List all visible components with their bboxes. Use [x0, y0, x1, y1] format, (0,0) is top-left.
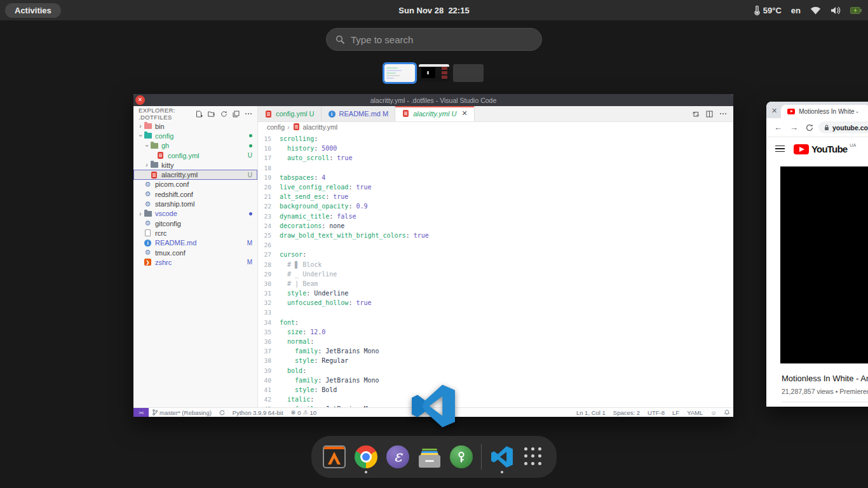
code-line-28[interactable]: 28 # ▋ Block	[258, 259, 733, 269]
refresh-icon[interactable]	[220, 111, 227, 118]
explorer-item-vscode[interactable]: ›vscode	[133, 209, 257, 219]
code-line-29[interactable]: 29 # _ Underline	[258, 269, 733, 279]
encoding-setting[interactable]: UTF-8	[644, 409, 668, 416]
code-line-27[interactable]: 27cursor:	[258, 250, 733, 259]
python-interpreter[interactable]: Python 3.9.9 64-bit	[229, 408, 287, 417]
explorer-item-config[interactable]: ›config	[133, 131, 257, 140]
tab-close-icon[interactable]: ✕	[461, 109, 467, 118]
system-tray[interactable]: 59°C en	[754, 0, 862, 20]
chrome-window[interactable]: ✕ Motionless In White - ← → youtube.com/…	[766, 102, 868, 407]
problems-status[interactable]: ⊗ 0 ⚠ 10	[287, 408, 321, 417]
collapse-folders-icon[interactable]	[233, 111, 240, 118]
git-branch-status[interactable]: master* (Rebasing)	[149, 408, 215, 417]
tab-readme-md[interactable]: iREADME.md M	[322, 106, 396, 121]
battery-icon[interactable]	[850, 7, 862, 14]
breadcrumb-file[interactable]: alacritty.yml	[303, 123, 338, 131]
dock-item-files[interactable]	[418, 442, 442, 472]
back-button[interactable]: ←	[771, 123, 785, 132]
dock-item-keepassxc[interactable]	[449, 442, 473, 472]
code-line-21[interactable]: 21alt_send_esc: true	[258, 192, 733, 201]
dock-item-app-grid[interactable]	[522, 442, 545, 472]
code-line-41[interactable]: 41 style: Bold	[258, 385, 733, 395]
language-mode[interactable]: YAML	[683, 409, 707, 416]
dock-item-vscode[interactable]	[490, 442, 513, 472]
code-line-24[interactable]: 24decorations: none	[258, 221, 733, 231]
wifi-icon[interactable]	[810, 6, 821, 15]
tab-config-yml[interactable]: config.yml U	[258, 106, 322, 121]
code-line-31[interactable]: 31 style: Underline	[258, 288, 733, 298]
remote-indicator[interactable]: ><	[133, 408, 149, 417]
code-line-33[interactable]: 33	[258, 308, 733, 317]
clock[interactable]: Sun Nov 28 22:15	[0, 6, 868, 15]
code-line-22[interactable]: 22background_opacity: 0.9	[258, 201, 733, 211]
workspace-youtube[interactable]	[419, 64, 449, 82]
dock-item-emacs[interactable]: ε	[386, 442, 410, 472]
menu-icon[interactable]	[775, 146, 785, 152]
code-line-37[interactable]: 37 family: JetBrains Mono	[258, 346, 733, 356]
code-line-25[interactable]: 25draw_bold_text_with_bright_colors: tru…	[258, 231, 733, 240]
code-line-35[interactable]: 35 size: 12.0	[258, 327, 733, 337]
explorer-item-gitconfig[interactable]: ⚙gitconfig	[133, 219, 257, 228]
code-line-32[interactable]: 32 unfocused_hollow: true	[258, 298, 733, 308]
explorer-item-kitty[interactable]: ›kitty	[133, 160, 257, 170]
code-line-18[interactable]: 18	[258, 163, 733, 173]
breadcrumb[interactable]: config › alacritty.yml	[258, 122, 733, 132]
tab-close-icon[interactable]: ✕	[770, 107, 781, 118]
workspace-empty[interactable]	[453, 64, 484, 82]
video-player[interactable]	[780, 166, 868, 363]
explorer-item-picom-conf[interactable]: ⚙picom.conf	[133, 180, 257, 189]
address-bar[interactable]: youtube.com/wa	[818, 121, 868, 133]
explorer-item-bin[interactable]: ›bin	[133, 121, 257, 131]
explorer-item-zshrc[interactable]: ❯zshrcM	[133, 257, 257, 267]
sync-button[interactable]	[215, 408, 229, 417]
code-line-26[interactable]: 26	[258, 240, 733, 250]
explorer-item-rcrc[interactable]: rcrc	[133, 228, 257, 238]
more-icon[interactable]	[245, 112, 252, 115]
more-icon[interactable]	[719, 112, 727, 115]
breadcrumb-folder[interactable]: config	[267, 123, 285, 131]
code-line-30[interactable]: 30 # | Beam	[258, 279, 733, 288]
dock-item-alacritty[interactable]	[323, 442, 346, 472]
code-line-39[interactable]: 39 bold:	[258, 366, 733, 376]
explorer-item-readme-md[interactable]: iREADME.mdM	[133, 238, 257, 248]
forward-button[interactable]: →	[787, 123, 801, 132]
split-editor-icon[interactable]	[706, 111, 713, 118]
code-line-15[interactable]: 15scrolling:	[258, 134, 733, 144]
workspace-vscode[interactable]	[384, 64, 415, 82]
new-file-icon[interactable]	[196, 111, 203, 118]
explorer-item-alacritty-yml[interactable]: alacritty.ymlU	[133, 170, 257, 179]
code-editor[interactable]: 15scrolling:16 history: 500017 auto_scro…	[258, 132, 733, 407]
eol-setting[interactable]: LF	[668, 409, 683, 416]
chrome-tab[interactable]: Motionless In White -	[781, 105, 868, 118]
explorer-item-gh[interactable]: ›gh	[133, 141, 257, 151]
reload-button[interactable]	[803, 124, 816, 132]
search-input[interactable]: Type to search	[326, 28, 542, 51]
explorer-item-redshift-conf[interactable]: ⚙redshift.conf	[133, 189, 257, 199]
indentation-setting[interactable]: Spaces: 2	[609, 409, 644, 416]
window-close-icon[interactable]: ✕	[135, 95, 145, 105]
open-changes-icon[interactable]	[692, 111, 700, 118]
code-line-19[interactable]: 19tabspaces: 4	[258, 173, 733, 182]
code-line-38[interactable]: 38 style: Regular	[258, 356, 733, 365]
youtube-logo[interactable]: YouTube UA	[794, 143, 856, 154]
explorer-item-starship-toml[interactable]: ⚙starship.toml	[133, 199, 257, 208]
notifications-bell-icon[interactable]	[721, 410, 733, 416]
code-line-23[interactable]: 23dynamic_title: false	[258, 212, 733, 221]
new-folder-icon[interactable]	[208, 111, 215, 118]
code-line-34[interactable]: 34font:	[258, 318, 733, 327]
code-line-42[interactable]: 42 italic:	[258, 395, 733, 404]
vscode-window[interactable]: ✕ alacritty.yml - .dotfiles - Visual Stu…	[133, 94, 733, 417]
code-line-17[interactable]: 17 auto_scroll: true	[258, 153, 733, 163]
explorer-item-tmux-conf[interactable]: ⚙tmux.conf	[133, 248, 257, 257]
explorer-item-config-yml[interactable]: config.ymlU	[133, 151, 257, 160]
temperature-indicator[interactable]: 59°C	[754, 6, 782, 15]
code-line-20[interactable]: 20live_config_reload: true	[258, 182, 733, 192]
vscode-title-bar[interactable]: alacritty.yml - .dotfiles - Visual Studi…	[133, 94, 733, 106]
tab-alacritty-yml[interactable]: alacritty.yml U✕	[395, 106, 474, 121]
keyboard-layout[interactable]: en	[791, 6, 801, 15]
volume-icon[interactable]	[831, 6, 841, 15]
dock-item-chrome[interactable]	[355, 442, 378, 472]
code-line-36[interactable]: 36 normal:	[258, 337, 733, 346]
feedback-icon[interactable]: ☺	[707, 409, 721, 416]
vscode-app-icon[interactable]	[412, 384, 455, 428]
